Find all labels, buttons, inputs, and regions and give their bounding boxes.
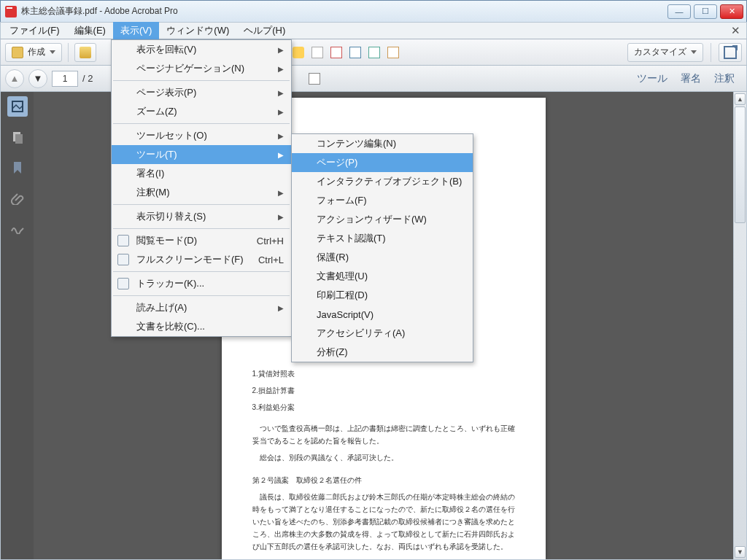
label: 注釈(M) <box>136 186 170 199</box>
menu-file[interactable]: ファイル(F) <box>2 22 67 39</box>
submenu-protect[interactable]: 保護(R) <box>292 248 473 267</box>
customize-button[interactable]: カスタマイズ <box>627 43 703 62</box>
create-button[interactable]: 作成 <box>5 43 62 62</box>
menu-zoom[interactable]: ズーム(Z)▶ <box>112 102 291 121</box>
pdf-icon <box>5 6 17 18</box>
submenu-text-recognition[interactable]: テキスト認識(T) <box>292 229 473 248</box>
chevron-down-icon <box>50 50 55 54</box>
minimize-button[interactable]: — <box>667 4 691 19</box>
comment-icon <box>293 47 304 58</box>
menu-fullscreen[interactable]: フルスクリーンモード(F)Ctrl+L <box>112 250 291 269</box>
submenu-analyze[interactable]: 分析(Z) <box>292 343 473 362</box>
menu-page-display[interactable]: ページ表示(P)▶ <box>112 83 291 102</box>
window-titlebar: 株主総会議事録.pdf - Adobe Acrobat Pro — ☐ ✕ <box>0 0 747 22</box>
label: テキスト認識(T) <box>317 232 386 245</box>
menu-tracker[interactable]: トラッカー(K)... <box>112 274 291 293</box>
submenu-javascript[interactable]: JavaScript(V) <box>292 305 473 324</box>
folder-icon <box>80 47 91 58</box>
bookmarks-tab[interactable] <box>7 158 28 178</box>
open-button[interactable] <box>74 43 96 62</box>
label: インタラクティブオブジェクト(B) <box>317 175 462 188</box>
submenu-content-editing[interactable]: コンテンツ編集(N) <box>292 134 473 153</box>
page-down-button[interactable]: ▼ <box>28 69 47 88</box>
submenu-accessibility[interactable]: アクセシビリティ(A) <box>292 324 473 343</box>
vertical-scrollbar[interactable]: ▲ ▼ <box>733 92 746 559</box>
nav-pane <box>1 92 34 559</box>
expand-button[interactable] <box>719 43 742 62</box>
scroll-up-button[interactable]: ▲ <box>735 93 746 105</box>
separator <box>113 271 290 272</box>
menu-read-mode[interactable]: 閲覧モード(D)Ctrl+H <box>112 231 291 250</box>
label: コンテンツ編集(N) <box>317 137 396 150</box>
customize-label: カスタマイズ <box>634 46 686 58</box>
separator <box>113 204 290 205</box>
pages-tab[interactable] <box>7 127 28 147</box>
svg-rect-2 <box>15 134 23 144</box>
submenu-action-wizard[interactable]: アクションウィザード(W) <box>292 210 473 229</box>
submenu-print-production[interactable]: 印刷工程(D) <box>292 286 473 305</box>
doc-text: 総会は、別段の異議なく、承認可決した。 <box>252 451 515 464</box>
signatures-tab[interactable] <box>7 219 28 239</box>
label: 文書を比較(C)... <box>136 320 205 333</box>
label: JavaScript(V) <box>317 309 374 320</box>
menu-tools[interactable]: ツール(T)▶ <box>112 145 291 164</box>
menu-read-aloud[interactable]: 読み上げ(A)▶ <box>112 298 291 317</box>
tool-button-2[interactable] <box>328 43 344 62</box>
menu-toggle-display[interactable]: 表示切り替え(S)▶ <box>112 207 291 226</box>
attachments-tab[interactable] <box>7 188 28 209</box>
tool-button-5[interactable] <box>385 43 401 62</box>
page-number-input[interactable]: 1 <box>52 71 78 87</box>
thumbnails-tab[interactable] <box>7 96 28 117</box>
menu-rotate-view[interactable]: 表示を回転(V)▶ <box>112 40 291 59</box>
menu-window[interactable]: ウィンドウ(W) <box>159 22 236 39</box>
label: ページナビゲーション(N) <box>136 62 244 75</box>
window-controls: — ☐ ✕ <box>667 4 743 19</box>
label: 読み上げ(A) <box>136 301 187 314</box>
label: トラッカー(K)... <box>136 277 204 290</box>
doc-heading: 第２号議案 取締役２名選任の件 <box>252 474 515 486</box>
label: 表示切り替え(S) <box>136 210 206 223</box>
label: 表示を回転(V) <box>136 43 196 56</box>
doc-text: ついで監査役高橋一郎は、上記の書類は綿密に調査したところ、いずれも正確妥当である… <box>252 422 515 447</box>
nav-tool-button[interactable] <box>306 69 323 88</box>
separator <box>113 123 290 124</box>
label: ツール(T) <box>136 148 177 161</box>
scroll-down-button[interactable]: ▼ <box>735 546 746 558</box>
menu-edit[interactable]: 編集(E) <box>67 22 113 39</box>
pane-tools[interactable]: ツール <box>637 72 667 85</box>
create-label: 作成 <box>28 46 45 58</box>
menu-toolset[interactable]: ツールセット(O)▶ <box>112 126 291 145</box>
label: アクションウィザード(W) <box>317 213 427 226</box>
pane-comment[interactable]: 注釈 <box>714 72 735 85</box>
submenu-pages[interactable]: ページ(P) <box>292 153 473 172</box>
submenu-interactive-objects[interactable]: インタラクティブオブジェクト(B) <box>292 172 473 191</box>
tool-button-1[interactable] <box>309 43 325 62</box>
close-button[interactable]: ✕ <box>720 4 743 19</box>
separator <box>68 43 69 62</box>
separator <box>113 295 290 296</box>
label: ページ表示(P) <box>136 86 196 99</box>
shortcut: Ctrl+L <box>244 254 284 265</box>
maximize-button[interactable]: ☐ <box>694 4 717 19</box>
separator <box>113 228 290 229</box>
menu-comment[interactable]: 注釈(M)▶ <box>112 183 291 202</box>
submenu-forms[interactable]: フォーム(F) <box>292 191 473 210</box>
menu-page-navigation[interactable]: ページナビゲーション(N)▶ <box>112 59 291 78</box>
fullscreen-icon <box>117 254 129 265</box>
tool-button-4[interactable] <box>366 43 382 62</box>
scroll-thumb[interactable] <box>735 106 746 223</box>
menu-sign[interactable]: 署名(I) <box>112 164 291 183</box>
tool-button-3[interactable] <box>347 43 363 62</box>
menu-view[interactable]: 表示(V) <box>113 22 159 39</box>
menu-help[interactable]: ヘルプ(H) <box>236 22 293 39</box>
menubar: ファイル(F) 編集(E) 表示(V) ウィンドウ(W) ヘルプ(H) ✕ <box>0 22 747 39</box>
page-total-label: / 2 <box>82 73 93 84</box>
separator <box>711 43 711 62</box>
submenu-document-processing[interactable]: 文書処理(U) <box>292 267 473 286</box>
menu-compare[interactable]: 文書を比較(C)... <box>112 317 291 336</box>
comment-tool-button[interactable] <box>290 43 306 62</box>
page-up-button[interactable]: ▲ <box>5 69 24 88</box>
doc-close-button[interactable]: ✕ <box>727 24 745 37</box>
pane-sign[interactable]: 署名 <box>681 72 701 85</box>
doc-icon <box>311 47 323 58</box>
